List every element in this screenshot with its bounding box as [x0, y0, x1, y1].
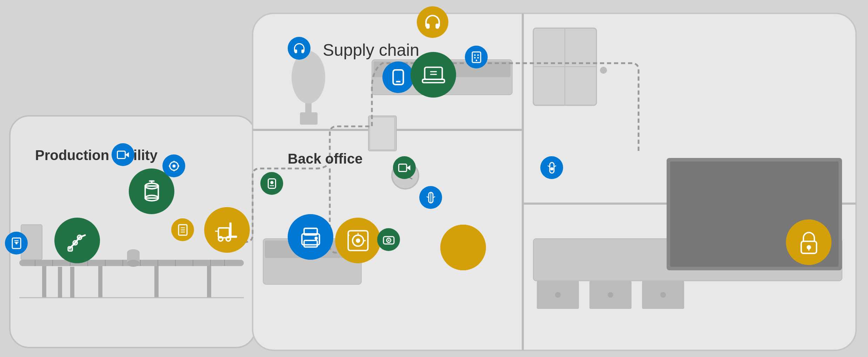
svg-rect-24	[154, 266, 159, 298]
production-label: Production facility	[35, 147, 158, 163]
robot-arm-icon[interactable]	[54, 218, 100, 263]
svg-point-29	[127, 249, 140, 256]
svg-rect-66	[68, 246, 72, 251]
scene: Production facility Back office Supply c…	[0, 0, 868, 357]
svg-rect-51	[305, 90, 312, 118]
svg-rect-6	[368, 116, 396, 151]
safe-icon[interactable]	[335, 218, 381, 263]
forklift-icon[interactable]	[204, 207, 250, 253]
keypad-production-icon[interactable]	[171, 218, 194, 241]
phone-icon[interactable]	[382, 61, 414, 93]
svg-rect-67	[117, 151, 125, 158]
svg-point-124	[475, 59, 477, 61]
supply-chain-label: Supply chain	[323, 40, 419, 60]
svg-rect-2	[253, 13, 856, 350]
svg-point-78	[172, 164, 175, 167]
svg-point-123	[477, 57, 479, 59]
svg-point-50	[600, 67, 607, 74]
svg-rect-25	[207, 266, 211, 298]
printer-icon[interactable]	[288, 214, 333, 260]
svg-point-64	[73, 240, 78, 245]
svg-rect-115	[425, 67, 442, 79]
access-reader-icon[interactable]	[260, 172, 283, 195]
laptop-icon[interactable]	[410, 52, 456, 98]
svg-point-98	[356, 238, 360, 243]
svg-rect-28	[70, 267, 74, 298]
svg-point-90	[270, 181, 273, 184]
svg-rect-43	[642, 281, 684, 309]
svg-point-120	[474, 54, 476, 56]
svg-rect-118	[422, 79, 445, 82]
sensor-backoffice-icon[interactable]	[419, 186, 442, 209]
svg-rect-30	[127, 253, 140, 263]
pipeline-icon[interactable]	[162, 154, 185, 177]
lock-supply-icon[interactable]	[440, 225, 486, 270]
headset-icon[interactable]	[288, 37, 311, 60]
svg-rect-9	[19, 260, 244, 266]
svg-point-128	[550, 167, 553, 170]
svg-rect-22	[42, 266, 46, 298]
svg-rect-80	[229, 222, 231, 238]
svg-rect-94	[304, 240, 317, 247]
svg-rect-41	[589, 281, 632, 309]
svg-point-44	[660, 292, 666, 298]
svg-point-42	[608, 292, 613, 298]
svg-point-95	[314, 236, 318, 239]
svg-rect-7	[370, 118, 394, 149]
door-controller-icon[interactable]	[5, 232, 28, 254]
svg-rect-27	[58, 267, 62, 298]
camera-small-icon[interactable]	[377, 228, 400, 251]
headset-large-icon[interactable]	[417, 6, 448, 38]
svg-point-65	[77, 235, 82, 239]
svg-rect-102	[399, 164, 407, 171]
svg-rect-23	[98, 266, 102, 298]
camera-backoffice-icon[interactable]	[393, 156, 416, 179]
lock-right-icon[interactable]	[786, 219, 832, 265]
svg-rect-53	[300, 112, 318, 125]
svg-point-122	[474, 57, 476, 59]
camera-production-icon[interactable]	[112, 143, 134, 166]
svg-point-105	[388, 239, 389, 241]
svg-point-31	[127, 260, 140, 267]
keypad-supply-icon[interactable]	[465, 46, 488, 68]
svg-rect-39	[537, 281, 579, 309]
svg-rect-47	[533, 28, 596, 105]
svg-point-40	[555, 292, 561, 298]
back-office-label: Back office	[288, 151, 362, 167]
camera-supply-icon[interactable]	[540, 156, 563, 179]
svg-point-82	[218, 237, 223, 241]
svg-point-83	[226, 237, 231, 241]
svg-point-121	[477, 54, 479, 56]
